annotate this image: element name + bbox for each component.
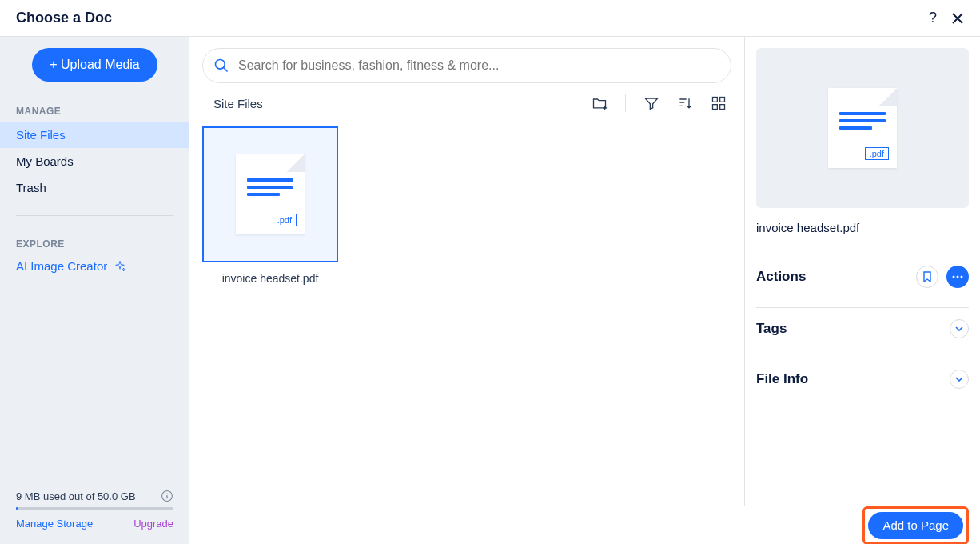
sidebar-item-my-boards[interactable]: My Boards [0,148,189,174]
bookmark-icon [922,271,932,282]
fileinfo-expand-button[interactable] [950,370,969,389]
search-input[interactable] [202,48,731,83]
close-icon[interactable] [951,12,964,25]
ai-image-creator-label: AI Image Creator [16,259,107,273]
search-icon [213,58,229,74]
filter-icon[interactable] [643,95,659,111]
dialog-title: Choose a Doc [16,10,112,26]
storage-text: 9 MB used out of 50.0 GB [16,490,136,502]
file-ext-badge: .pdf [865,147,889,160]
file-tile[interactable]: .pdf invoice headset.pdf [202,126,338,285]
toolbar-title: Site Files [213,97,263,110]
chevron-down-icon [955,377,963,382]
file-ext-badge: .pdf [273,214,297,226]
ai-image-creator-link[interactable]: AI Image Creator [0,254,189,278]
svg-rect-8 [720,105,725,110]
manage-section-label: MANAGE [0,98,189,122]
storage-bar [16,507,173,510]
chevron-down-icon [955,326,963,331]
info-icon[interactable] [161,490,173,502]
add-to-page-highlight: Add to Page [862,506,969,545]
add-to-page-button[interactable]: Add to Page [868,512,963,539]
svg-rect-7 [713,105,718,110]
fileinfo-section-title: File Info [756,371,808,387]
actions-section-title: Actions [756,269,806,285]
file-name-label: invoice headset.pdf [202,272,338,285]
svg-point-10 [957,276,959,278]
explore-section-label: EXPLORE [0,230,189,254]
svg-rect-5 [713,98,718,102]
help-icon[interactable]: ? [929,10,937,26]
sparkle-icon [114,260,126,273]
more-icon [952,275,963,278]
upgrade-link[interactable]: Upgrade [133,518,173,530]
more-actions-button[interactable] [946,266,969,288]
sort-icon[interactable] [677,95,693,111]
sidebar-item-trash[interactable]: Trash [0,174,189,201]
sidebar-divider [16,215,173,216]
svg-line-4 [224,68,228,72]
bookmark-button[interactable] [916,266,938,288]
manage-storage-link[interactable]: Manage Storage [16,518,93,530]
add-folder-icon[interactable] [592,95,608,111]
pdf-document-icon: .pdf [236,154,305,234]
tags-section-title: Tags [756,321,787,337]
svg-rect-6 [720,98,725,102]
upload-media-button[interactable]: + Upload Media [32,48,157,82]
details-pane: .pdf invoice headset.pdf Actions Tags [745,37,980,544]
tags-expand-button[interactable] [950,319,969,338]
storage-section: 9 MB used out of 50.0 GB Manage Storage … [0,478,189,544]
sidebar-item-site-files[interactable]: Site Files [0,122,189,148]
sidebar: + Upload Media MANAGE Site Files My Boar… [0,37,189,544]
svg-rect-2 [166,495,167,498]
svg-point-11 [961,276,963,278]
toolbar-separator [625,94,626,112]
file-thumbnail[interactable]: .pdf [202,126,338,262]
pdf-document-icon: .pdf [828,88,897,168]
svg-point-9 [953,276,955,278]
center-pane: Site Files .pdf invoice headset.pdf [189,37,745,544]
svg-point-3 [216,60,225,70]
preview-filename: invoice headset.pdf [756,221,969,234]
grid-view-icon[interactable] [711,95,727,111]
file-preview: .pdf [756,48,969,208]
svg-point-1 [166,493,168,494]
footer: Add to Page [189,506,980,544]
